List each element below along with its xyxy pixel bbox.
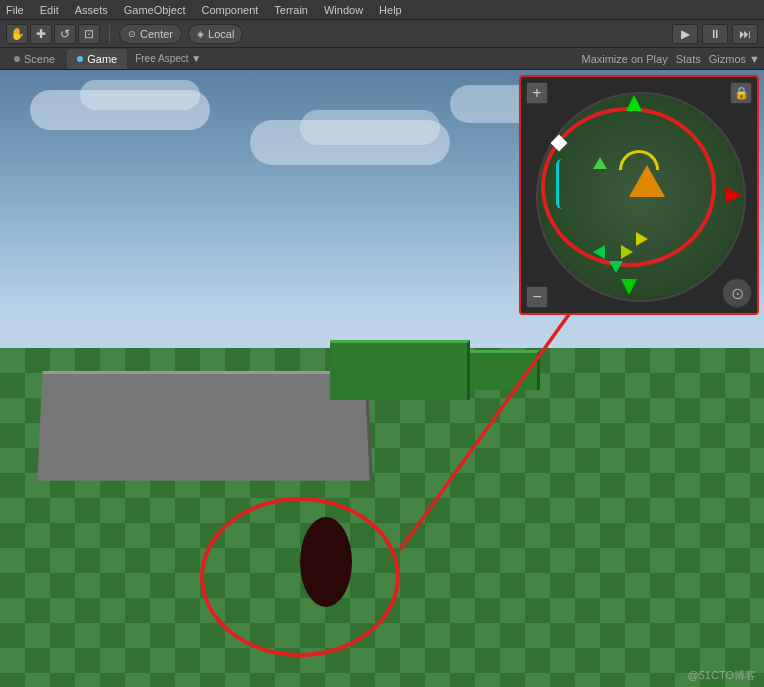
gizmo-iso-icon: ⊙ bbox=[731, 284, 744, 303]
center-toggle[interactable]: ⊙ Center bbox=[119, 24, 182, 44]
tab-scene[interactable]: Scene bbox=[4, 49, 65, 69]
center-icon: ⊙ bbox=[128, 29, 136, 39]
cloud-4 bbox=[300, 110, 440, 145]
gizmo-zoom-out-button[interactable]: − bbox=[526, 286, 548, 308]
tab-actions: Maximize on Play Stats Gizmos ▼ bbox=[581, 53, 760, 65]
rotate-tool-button[interactable]: ↺ bbox=[54, 24, 76, 44]
scene-tab-indicator bbox=[14, 56, 20, 62]
center-label: Center bbox=[140, 28, 173, 40]
menu-gameobject[interactable]: GameObject bbox=[122, 4, 188, 16]
local-label: Local bbox=[208, 28, 234, 40]
hand-tool-button[interactable]: ✋ bbox=[6, 24, 28, 44]
aspect-arrow: ▼ bbox=[191, 53, 201, 64]
gizmo-overlay[interactable]: + − 🔒 ⊙ bbox=[519, 75, 759, 315]
menu-assets[interactable]: Assets bbox=[73, 4, 110, 16]
watermark: @51CTO博客 bbox=[688, 668, 756, 683]
scene-tab-label: Scene bbox=[24, 53, 55, 65]
pause-button[interactable]: ⏸ bbox=[702, 24, 728, 44]
separator-1 bbox=[109, 25, 110, 43]
scale-tool-button[interactable]: ⊡ bbox=[78, 24, 100, 44]
game-tab-label: Game bbox=[87, 53, 117, 65]
compass-small-arrow-2 bbox=[621, 245, 633, 259]
menu-file[interactable]: File bbox=[4, 4, 26, 16]
gizmo-lock-button[interactable]: 🔒 bbox=[730, 82, 752, 104]
gizmo-zoom-in-button[interactable]: + bbox=[526, 82, 548, 104]
playmode-controls: ▶ ⏸ ⏭ bbox=[672, 24, 758, 44]
compass-cyan-indicator bbox=[556, 159, 568, 209]
green-box bbox=[330, 340, 470, 400]
move-tool-button[interactable]: ✚ bbox=[30, 24, 52, 44]
compass-main-arrow bbox=[629, 165, 665, 197]
aspect-label: Free Aspect bbox=[135, 53, 188, 64]
menu-component[interactable]: Component bbox=[199, 4, 260, 16]
editor-tabs: Scene Game Free Aspect ▼ Maximize on Pla… bbox=[0, 48, 764, 70]
menu-window[interactable]: Window bbox=[322, 4, 365, 16]
compass-arrow-north bbox=[626, 95, 642, 111]
local-toggle[interactable]: ◈ Local bbox=[188, 24, 243, 44]
local-icon: ◈ bbox=[197, 29, 204, 39]
tab-game[interactable]: Game bbox=[67, 49, 127, 69]
dark-oval-shape bbox=[300, 517, 352, 607]
menu-help[interactable]: Help bbox=[377, 4, 404, 16]
compass-arrow-east bbox=[726, 187, 742, 203]
compass-small-arrow-4 bbox=[609, 261, 623, 273]
compass-small-arrow-3 bbox=[593, 245, 605, 259]
compass-small-arrow-5 bbox=[593, 157, 607, 169]
menu-edit[interactable]: Edit bbox=[38, 4, 61, 16]
gizmos-button[interactable]: Gizmos ▼ bbox=[709, 53, 760, 65]
main-viewport: + − 🔒 ⊙ @51CTO博客 bbox=[0, 70, 764, 687]
maximize-on-play-button[interactable]: Maximize on Play bbox=[581, 53, 667, 65]
game-tab-indicator bbox=[77, 56, 83, 62]
gizmo-iso-button[interactable]: ⊙ bbox=[722, 278, 752, 308]
cloud-2 bbox=[80, 80, 200, 110]
menu-bar: File Edit Assets GameObject Component Te… bbox=[0, 0, 764, 20]
toolbar: ✋ ✚ ↺ ⊡ ⊙ Center ◈ Local ▶ ⏸ ⏭ bbox=[0, 20, 764, 48]
compass-arrow-south bbox=[621, 279, 637, 295]
step-button[interactable]: ⏭ bbox=[732, 24, 758, 44]
transform-tools: ✋ ✚ ↺ ⊡ bbox=[6, 24, 100, 44]
aspect-dropdown[interactable]: Free Aspect ▼ bbox=[135, 53, 201, 64]
menu-terrain[interactable]: Terrain bbox=[272, 4, 310, 16]
stats-button[interactable]: Stats bbox=[676, 53, 701, 65]
compass-small-arrow-1 bbox=[636, 232, 648, 246]
play-button[interactable]: ▶ bbox=[672, 24, 698, 44]
gray-box bbox=[37, 371, 372, 481]
green-box-small bbox=[470, 350, 540, 390]
bottom-annotation-circle bbox=[200, 497, 400, 657]
scene-view[interactable]: + − 🔒 ⊙ @51CTO博客 bbox=[0, 70, 764, 687]
